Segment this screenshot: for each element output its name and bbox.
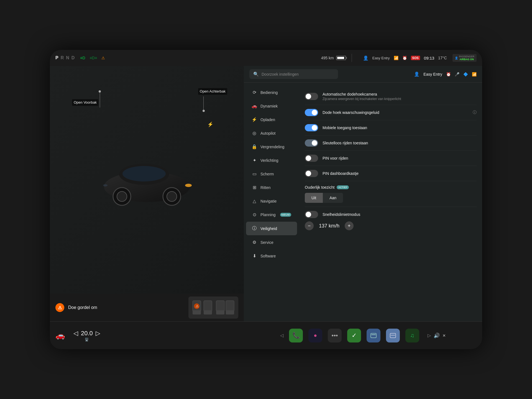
svg-point-8 [103, 184, 108, 186]
range-value: 495 km [321, 56, 334, 60]
taskbar-left: 🚗 ◁ 20.0 ▷ 🖥️ [55, 330, 249, 341]
toggle-sleutelloos[interactable] [305, 139, 318, 147]
sos-button[interactable]: SOS [411, 56, 420, 60]
nav-navigatie[interactable]: △ Navigatie [246, 195, 297, 208]
toggle-snelheid[interactable] [305, 211, 318, 218]
setting-waarschuwingsgeluid: Dode hoek waarschuwingsgeluid ⓘ [305, 105, 477, 120]
cards2-icon [390, 333, 396, 338]
check-app[interactable]: ✓ [347, 329, 361, 342]
speed-minus-button[interactable]: − [305, 221, 314, 230]
volume-icon[interactable]: 🔊 [434, 332, 440, 339]
fog-indicator: ≡D≡ [90, 56, 97, 60]
toggle-waarschuwingsgeluid[interactable] [305, 109, 318, 116]
info-icon-waarschuwingsgeluid[interactable]: ⓘ [473, 110, 477, 115]
cards2-app[interactable] [386, 329, 400, 342]
phone-app[interactable]: 📞 [289, 329, 303, 342]
pin-rijden-label: PIN voor rijden [323, 156, 477, 160]
sleutelloos-label: Sleutelloos rijden toestaan [323, 141, 477, 145]
waarschuwingsgeluid-label: Dode hoek waarschuwingsgeluid [323, 110, 468, 115]
voorbak-dot [99, 90, 101, 93]
search-bar[interactable]: 🔍 Doorzoek instellingen [249, 69, 338, 79]
setting-dodehoekcamera: Automatische dodehoekcamera Zijcamera we… [305, 88, 477, 105]
gear-n[interactable]: N [66, 55, 69, 60]
mobiele-toegang-label: Mobiele toegang toestaan [323, 126, 477, 130]
dodehoekcamera-label: Automatische dodehoekcamera [323, 92, 477, 96]
nav-autopilot[interactable]: ◎ Autopilot [246, 127, 297, 140]
pin-dashboard-label: PIN dashboardkastje [323, 171, 477, 176]
profile-icon: 👤 [363, 55, 369, 61]
planning-badge: NIEUW [280, 213, 291, 217]
mute-icon[interactable]: ✕ [443, 333, 446, 338]
svg-point-4 [117, 191, 127, 201]
settings-content: Automatische dodehoekcamera Zijcamera we… [299, 83, 482, 321]
ouderlijk-header: Ouderlijk toezicht ACTIEF [305, 185, 477, 190]
nav-veiligheid[interactable]: ⓘ Veiligheid [246, 222, 297, 235]
open-achterbak-label[interactable]: Open Achterbak [198, 88, 227, 95]
bluetooth-icon: 🔷 [463, 72, 468, 76]
charge-indicator: ⚡ [207, 121, 213, 127]
more-app[interactable]: ••• [328, 329, 342, 342]
nav-label-vergrendeling: Vergrendeling [260, 145, 284, 149]
nav-service[interactable]: ⚙ Service [246, 236, 297, 249]
nav-dynamiek[interactable]: 🚗 Dynamiek [246, 99, 297, 112]
setting-mobiele-toegang: Mobiele toegang toestaan [305, 120, 477, 135]
status-bar: P R N D ≡D ≡D≡ ⚠ 495 km 👤 Easy Entry 📶 ⏰ [50, 50, 482, 66]
open-voorbak-label[interactable]: Open Voorbak [72, 99, 98, 106]
setting-pin-dashboard: PIN dashboardkastje [305, 166, 477, 181]
nav-opladen[interactable]: ⚡ Opladen [246, 113, 297, 126]
nav-scherm[interactable]: ▭ Scherm [246, 167, 297, 180]
taskbar-nav-left: ◁ [280, 333, 283, 338]
nav-vergrendeling[interactable]: 🔒 Vergrendeling [246, 140, 297, 153]
toggle-mobiele-toegang[interactable] [305, 124, 318, 131]
speed-display: ◁ 20.0 ▷ [73, 330, 100, 337]
cards-app[interactable] [367, 329, 380, 342]
spotify-icon: ♫ [410, 332, 415, 339]
toggle-dodehoekcamera[interactable] [305, 93, 318, 100]
veiligheid-icon: ⓘ [252, 226, 257, 231]
search-input[interactable]: Doorzoek instellingen [262, 72, 299, 76]
spotify-app[interactable]: ♫ [405, 329, 419, 342]
header-right: 👤 Easy Entry 📶 ⏰ SOS 09:13 17°C [363, 55, 447, 61]
nav-bediening[interactable]: ⟳ Bediening [246, 86, 297, 99]
svg-rect-10 [193, 310, 201, 314]
settings-header-right: 👤 Easy Entry ⏰ 🎤 🔷 📶 [414, 71, 477, 77]
car-view: Open Voorbak Open Achterbak ⚡ [50, 66, 244, 294]
camera-app[interactable]: ● [308, 329, 322, 342]
warning-bar: ⚠ Doe gordel om ⚠ [50, 294, 244, 321]
gear-p[interactable]: P [55, 55, 58, 60]
speed-plus-button[interactable]: + [345, 221, 354, 230]
nav-arrow-right[interactable]: ▷ [428, 333, 431, 338]
toggle-pin-rijden[interactable] [305, 155, 318, 162]
alarm-icon: ⏰ [402, 56, 407, 60]
warning-indicator: ⚠ [101, 56, 105, 60]
speed-arrow-right[interactable]: ▷ [96, 330, 100, 337]
nav-label-autopilot: Autopilot [260, 131, 275, 135]
verlichting-icon: ✦ [252, 158, 257, 163]
nav-verlichting[interactable]: ✦ Verlichting [246, 154, 297, 167]
nav-planning[interactable]: ⊙ Planning NIEUW [246, 208, 297, 221]
right-panel: 🔍 Doorzoek instellingen 👤 Easy Entry ⏰ 🎤… [244, 66, 482, 321]
ouderlijk-aan-button[interactable]: Aan [323, 193, 343, 203]
nav-label-scherm: Scherm [260, 172, 274, 176]
toggle-pin-dashboard[interactable] [305, 170, 318, 177]
ouderlijk-uit-button[interactable]: Uit [305, 193, 323, 203]
setting-sleutelloos-rijden: Sleutelloos rijden toestaan [305, 135, 477, 151]
indicator-lights: ≡D ≡D≡ ⚠ [80, 56, 105, 60]
speed-unit: 🖥️ [85, 338, 89, 341]
gear-r[interactable]: R [61, 55, 64, 60]
cards-icon [370, 333, 377, 338]
svg-point-2 [122, 166, 166, 181]
dodehoekcamera-labels: Automatische dodehoekcamera Zijcamera we… [323, 92, 477, 101]
nav-ritten[interactable]: ⊞ Ritten [246, 181, 297, 194]
dodehoekcamera-sublabel: Zijcamera weergeven bij inschakelen van … [323, 97, 477, 101]
ouderlijk-badge: ACTIEF [337, 185, 349, 189]
scherm-icon: ▭ [252, 171, 257, 177]
speed-arrow-left[interactable]: ◁ [73, 330, 78, 337]
gear-d[interactable]: D [71, 55, 75, 60]
nav-software[interactable]: ⬇ Software [246, 249, 297, 262]
nav-arrow-left[interactable]: ◁ [280, 333, 283, 338]
svg-point-7 [185, 184, 192, 187]
seat-thumbnail[interactable]: ⚠ [188, 296, 238, 319]
svg-rect-20 [371, 334, 376, 335]
headlight-indicator: ≡D [80, 56, 85, 60]
